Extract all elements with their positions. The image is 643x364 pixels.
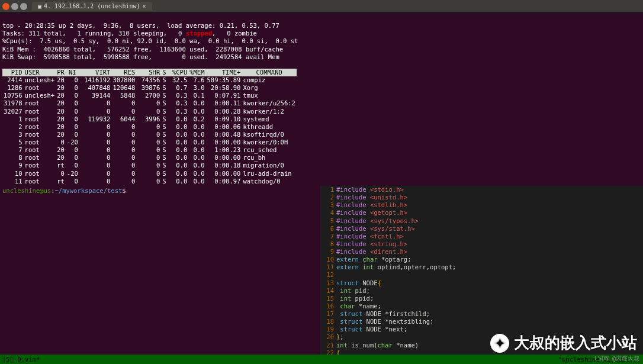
table-header: PIDUSER PRNI VIRT RES SHRS %CPU%MEM TIME… [2,69,297,76]
close-tab-icon[interactable]: × [143,3,146,9]
maximize-button[interactable] [20,3,27,10]
table-row[interactable]: 2414unclesh+20 0 1416192307800 74356S 32… [2,76,297,84]
col-header: RES [111,69,136,76]
code-line[interactable]: 7#include <fcntl.h> [321,233,643,240]
prompt-user: uncleshine@us [2,187,51,194]
csdn-watermark: CSDN @闪耀大叔 [594,355,639,363]
top-summary: top - 20:28:35 up 2 days, 9:36, 8 users,… [2,22,641,61]
table-body: 2414unclesh+20 0 1416192307800 74356S 32… [2,76,297,186]
col-header: COMMAND [242,69,297,76]
col-header: VIRT [79,69,112,76]
shell-pane[interactable]: uncleshine@us:~/myworkspace/test$ [0,186,321,355]
table-row[interactable]: 7root 20 0 0 0 0S 0.0 0.0 1:00.23rcu_sch… [2,146,297,154]
close-button[interactable] [2,3,9,10]
col-header: S [161,69,167,76]
table-row[interactable]: 9root rt 0 0 0 0S 0.0 0.0 0:00.18migrati… [2,162,297,169]
process-table: PIDUSER PRNI VIRT RES SHRS %CPU%MEM TIME… [2,69,297,186]
wechat-icon: ✦ [490,334,509,353]
table-row[interactable]: 5root 0-20 0 0 0S 0.0 0.0 0:00.00kworker… [2,138,297,146]
code-line[interactable]: 12 [321,271,643,279]
tab-title: 4. 192.168.1.2 (uncleshinw) [44,3,140,9]
code-line[interactable]: 13struct NODE{ [321,279,643,287]
code-line[interactable]: 18 struct NODE *nextsibling; [321,318,643,326]
prompt-path: ~/myworkspace/test [55,187,123,194]
code-line[interactable]: 15 int ppid; [321,295,643,302]
col-header: SHR [136,69,161,76]
col-header: NI [66,69,79,76]
tmux-status: [5] 0:vim* "uncleshine-virtual... [0,355,643,364]
table-row[interactable]: 8root 20 0 0 0 0S 0.0 0.0 0:00.00rcu_bh [2,154,297,162]
table-row[interactable]: 11root rt 0 0 0 0S 0.0 0.0 0:00.97watchd… [2,178,297,185]
terminal-tab[interactable]: ▣ 4. 192.168.1.2 (uncleshinw) × [32,2,152,11]
titlebar: ▣ 4. 192.168.1.2 (uncleshinw) × [0,0,643,13]
table-row[interactable]: 10756unclesh+20 0 39144 5848 2700S 0.3 0… [2,92,297,99]
window-controls [2,3,27,10]
table-row[interactable]: 31978root 20 0 0 0 0S 0.3 0.0 0:00.11kwo… [2,99,297,107]
col-header: PR [56,69,66,76]
table-row[interactable]: 1root 20 0 119932 6044 3996S 0.0 0.2 0:0… [2,115,297,123]
code-line[interactable]: 8#include <string.h> [321,240,643,248]
code-line[interactable]: 11extern int optind,opterr,optopt; [321,263,643,271]
col-header: %MEM [188,69,205,76]
code-line[interactable]: 4#include <getopt.h> [321,209,643,217]
code-line[interactable]: 14 int pid; [321,287,643,295]
watermark: ✦ 大叔的嵌入式小站 [490,333,637,353]
col-header: USER [24,69,56,76]
code-line[interactable]: 3#include <stdlib.h> [321,201,643,209]
terminal-icon: ▣ [38,3,41,9]
code-line[interactable]: 5#include <sys/types.h> [321,217,643,225]
code-line[interactable]: 16 char *name; [321,302,643,310]
top-pane[interactable]: top - 20:28:35 up 2 days, 9:36, 8 users,… [0,13,643,186]
col-header: %CPU [168,69,189,76]
table-row[interactable]: 10root 0-20 0 0 0S 0.0 0.0 0:00.00lru-ad… [2,170,297,178]
code-line[interactable]: 6#include <sys/stat.h> [321,225,643,233]
code-line[interactable]: 9#include <dirent.h> [321,248,643,256]
vim-pane[interactable]: 1#include <stdio.h>2#include <unistd.h>3… [321,186,643,355]
table-row[interactable]: 2root 20 0 0 0 0S 0.0 0.0 0:00.06kthread… [2,123,297,131]
col-header: PID [2,69,24,76]
code-editor[interactable]: 1#include <stdio.h>2#include <unistd.h>3… [321,186,643,355]
code-line[interactable]: 17 struct NODE *firstchild; [321,310,643,318]
code-line[interactable]: 1#include <stdio.h> [321,186,643,194]
col-header: TIME+ [206,69,242,76]
minimize-button[interactable] [11,3,18,10]
table-row[interactable]: 1286root 20 0 407848120648 39876S 0.7 3.… [2,84,297,92]
code-line[interactable]: 2#include <unistd.h> [321,194,643,201]
table-row[interactable]: 32027root 20 0 0 0 0S 0.3 0.0 0:00.28kwo… [2,108,297,115]
tmux-left: [5] 0:vim* [2,356,40,363]
code-line[interactable]: 10extern char *optarg; [321,256,643,263]
table-row[interactable]: 3root 20 0 0 0 0S 0.0 0.0 0:00.48ksoftir… [2,131,297,138]
